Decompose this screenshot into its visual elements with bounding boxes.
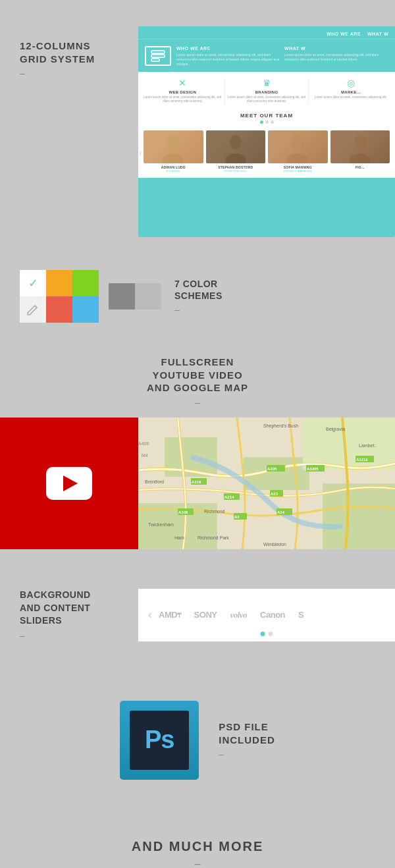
gray-light bbox=[135, 283, 161, 310]
fullscreen-title: FULLSCREEN YOUTUBE VIDEO AND GOOGLE MAP bbox=[20, 356, 375, 394]
colors-section: ✓ 7 COLOR SCHEMES – bbox=[0, 257, 395, 342]
sliders-section: BACKGROUND AND CONTENT SLIDERS – ‹ AMD₸ … bbox=[0, 549, 395, 674]
svg-rect-0 bbox=[151, 51, 165, 53]
team-dot-2 bbox=[265, 121, 269, 124]
edit-icon bbox=[26, 302, 40, 317]
slider-dot-2 bbox=[269, 632, 273, 636]
sliders-dash: – bbox=[20, 630, 138, 641]
ps-inner: Ps bbox=[130, 711, 189, 770]
grid-section: 12-COLUMNS GRID SYSTEM – WHO WE ARE WHAT… bbox=[0, 0, 395, 257]
service-branding: ♛ BRANDING Lorem ipsum dolor sit amet, c… bbox=[228, 78, 306, 103]
marketing-icon: ◎ bbox=[311, 78, 390, 88]
sliders-panel: ‹ AMD₸ SONY volvo Canon S bbox=[138, 589, 395, 641]
psd-dash: – bbox=[219, 749, 275, 759]
svg-text:Ham: Ham bbox=[174, 535, 184, 540]
avatar-3 bbox=[268, 130, 328, 163]
logo-sony: SONY bbox=[194, 610, 217, 620]
google-map-svg: Brentford Richmond Twickenham Ham Richmo… bbox=[138, 418, 395, 549]
hero-col-1: WHO WE ARE Lorem ipsum dolor sit amet, c… bbox=[176, 46, 280, 67]
gray-blocks bbox=[109, 283, 161, 310]
team-arrow-left: ‹ bbox=[140, 149, 142, 156]
team-role-1: FOUNDER bbox=[144, 169, 203, 173]
hero-columns: WHO WE ARE Lorem ipsum dolor sit amet, c… bbox=[176, 46, 388, 67]
play-triangle-icon bbox=[63, 475, 78, 491]
psd-section: Ps PSD FILE INCLUDED – bbox=[0, 674, 395, 806]
psd-title: PSD FILE INCLUDED bbox=[219, 720, 275, 746]
team-member-4: FIO... bbox=[330, 130, 390, 173]
svg-point-8 bbox=[287, 153, 308, 163]
logo-s: S bbox=[298, 610, 303, 620]
hero-col-1-text: Lorem ipsum dolor sit amet, consectetur … bbox=[176, 53, 280, 67]
hero-icon bbox=[145, 46, 171, 66]
nav-who: WHO WE ARE bbox=[327, 32, 361, 36]
svg-text:Twickenham: Twickenham bbox=[148, 522, 174, 527]
svg-rect-15 bbox=[303, 418, 395, 470]
branding-title: BRANDING bbox=[228, 90, 306, 94]
browser-team-header: MEET OUR TEAM bbox=[138, 109, 395, 128]
svg-text:Shepherd's Bush: Shepherd's Bush bbox=[263, 423, 298, 429]
color-red bbox=[46, 296, 72, 323]
hero-col-2-text: Lorem ipsum dolor sit amet, consectetur … bbox=[284, 53, 388, 62]
svg-text:A24: A24 bbox=[277, 510, 285, 514]
color-edit bbox=[20, 296, 46, 323]
hero-col-2: WHAT W Lorem ipsum dolor sit amet, conse… bbox=[284, 46, 388, 67]
svg-text:A23: A23 bbox=[271, 492, 278, 496]
svg-text:Belgravia: Belgravia bbox=[326, 427, 345, 432]
browser-services: ✕ WEB DESIGN Lorem ipsum dolor sit amet,… bbox=[138, 72, 395, 109]
color-blue bbox=[72, 296, 99, 323]
gray-dark bbox=[109, 283, 135, 310]
colors-dash: – bbox=[174, 304, 223, 315]
youtube-play-button[interactable] bbox=[46, 467, 92, 500]
grid-title: 12-COLUMNS GRID SYSTEM bbox=[20, 40, 138, 65]
team-dot-3 bbox=[271, 121, 274, 124]
grid-dash: – bbox=[20, 68, 138, 78]
logo-volvo: volvo bbox=[230, 610, 247, 620]
logo-canon: Canon bbox=[260, 610, 285, 620]
webdesign-icon: ✕ bbox=[144, 78, 222, 88]
svg-point-7 bbox=[291, 134, 304, 150]
psd-label: PSD FILE INCLUDED – bbox=[219, 720, 275, 759]
photoshop-icon: Ps bbox=[120, 701, 199, 780]
svg-text:A3212: A3212 bbox=[356, 458, 368, 462]
svg-point-5 bbox=[230, 135, 242, 149]
svg-point-4 bbox=[163, 153, 184, 163]
team-pagination-dots bbox=[142, 121, 391, 124]
svg-text:Richmond: Richmond bbox=[204, 509, 225, 514]
fullscreen-label-section: FULLSCREEN YOUTUBE VIDEO AND GOOGLE MAP … bbox=[0, 342, 395, 418]
map-panel: Brentford Richmond Twickenham Ham Richmo… bbox=[138, 418, 395, 549]
slider-logos: AMD₸ SONY volvo Canon S bbox=[159, 610, 385, 620]
browser-hero: WHO WE ARE Lorem ipsum dolor sit amet, c… bbox=[138, 40, 395, 72]
browser-mockup: WHO WE ARE WHAT W WHO WE ARE Lorem ipsum… bbox=[138, 26, 395, 237]
service-webdesign: ✕ WEB DESIGN Lorem ipsum dolor sit amet,… bbox=[144, 78, 222, 103]
svg-point-10 bbox=[350, 153, 371, 163]
svg-text:A214: A214 bbox=[224, 495, 234, 499]
svg-point-9 bbox=[354, 135, 366, 149]
more-section: AND MUCH MORE – bbox=[0, 806, 395, 869]
team-role-2: FRONTEND DEV. bbox=[206, 169, 266, 173]
webdesign-text: Lorem ipsum dolor sit amet, consectetur … bbox=[144, 95, 222, 103]
svg-rect-2 bbox=[151, 59, 159, 61]
svg-text:M4: M4 bbox=[142, 453, 148, 458]
check-icon: ✓ bbox=[28, 276, 38, 290]
hero-col-2-title: WHAT W bbox=[284, 46, 388, 51]
slider-arrow-left[interactable]: ‹ bbox=[148, 608, 152, 622]
fullscreen-dash: – bbox=[20, 397, 375, 408]
color-orange bbox=[46, 270, 72, 296]
svg-rect-1 bbox=[151, 55, 165, 57]
svg-point-3 bbox=[167, 134, 180, 150]
avatar-2 bbox=[206, 130, 266, 163]
more-title: AND MUCH MORE bbox=[20, 839, 375, 854]
marketing-title: MARKE... bbox=[311, 90, 390, 94]
svg-text:A316: A316 bbox=[192, 480, 201, 484]
logo-amd: AMD₸ bbox=[159, 610, 181, 620]
svg-text:A406: A406 bbox=[138, 441, 149, 446]
team-name-4: FIO... bbox=[330, 165, 390, 169]
svg-text:Richmond Park: Richmond Park bbox=[198, 535, 229, 540]
browser-nav: WHO WE ARE WHAT W bbox=[138, 26, 395, 40]
team-title: MEET OUR TEAM bbox=[142, 113, 391, 119]
colors-title: 7 COLOR SCHEMES bbox=[174, 278, 223, 302]
browser-team: ‹ ADRIAN LUDD FOUNDER bbox=[138, 128, 395, 178]
nav-what: WHAT W bbox=[367, 32, 388, 36]
ps-text: Ps bbox=[145, 726, 174, 754]
more-dash: – bbox=[20, 858, 375, 869]
